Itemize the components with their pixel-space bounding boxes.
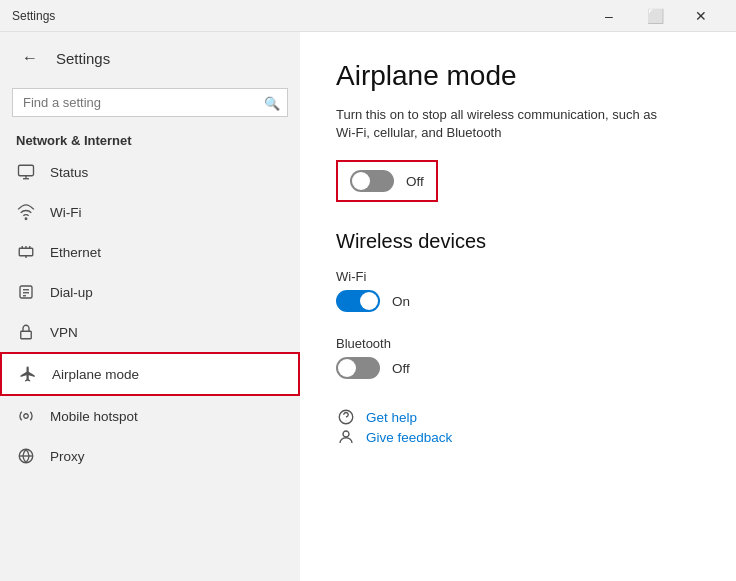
- device-section-bluetooth: Bluetooth Off: [336, 336, 700, 379]
- feedback-link[interactable]: Give feedback: [366, 430, 452, 445]
- ethernet-icon: [16, 242, 36, 262]
- svg-rect-4: [19, 248, 33, 256]
- sidebar-item-label-hotspot: Mobile hotspot: [50, 409, 284, 424]
- svg-point-14: [24, 414, 29, 419]
- status-icon: [16, 162, 36, 182]
- sidebar-item-label-airplane: Airplane mode: [52, 367, 282, 382]
- sidebar-item-wifi[interactable]: Wi-Fi: [0, 192, 300, 232]
- sidebar-item-ethernet[interactable]: Ethernet: [0, 232, 300, 272]
- sidebar-item-label-dialup: Dial-up: [50, 285, 284, 300]
- device-name-bluetooth: Bluetooth: [336, 336, 700, 351]
- sidebar-app-title: Settings: [56, 50, 110, 67]
- device-section-wifi: Wi-Fi On: [336, 269, 700, 312]
- title-bar-controls: – ⬜ ✕: [586, 0, 724, 32]
- title-bar-title: Settings: [12, 9, 55, 23]
- maximize-button[interactable]: ⬜: [632, 0, 678, 32]
- sidebar-item-status[interactable]: Status: [0, 152, 300, 192]
- svg-point-3: [25, 218, 27, 220]
- dialup-icon: [16, 282, 36, 302]
- wifi-toggle-knob: [360, 292, 378, 310]
- close-button[interactable]: ✕: [678, 0, 724, 32]
- link-row-help: Get help: [336, 407, 700, 427]
- feedback-icon: [336, 427, 356, 447]
- svg-rect-0: [19, 165, 34, 176]
- devices-list: Wi-Fi On Bluetooth Off: [336, 269, 700, 379]
- toggle-knob: [352, 172, 370, 190]
- sidebar-item-label-ethernet: Ethernet: [50, 245, 284, 260]
- sidebar-header: ← Settings: [0, 32, 300, 84]
- bluetooth-toggle-label: Off: [392, 361, 410, 376]
- airplane-description: Turn this on to stop all wireless commun…: [336, 106, 676, 142]
- sidebar-item-dialup[interactable]: Dial-up: [0, 272, 300, 312]
- proxy-icon: [16, 446, 36, 466]
- device-toggle-row-bluetooth: Off: [336, 357, 700, 379]
- title-bar: Settings – ⬜ ✕: [0, 0, 736, 32]
- wireless-devices-title: Wireless devices: [336, 230, 700, 253]
- title-bar-left: Settings: [12, 9, 55, 23]
- help-icon: [336, 407, 356, 427]
- help-link[interactable]: Get help: [366, 410, 417, 425]
- search-box: 🔍: [12, 88, 288, 117]
- wifi-toggle-label: On: [392, 294, 410, 309]
- nav-list: Status Wi-Fi Ethernet Dial-up VPN Airpla…: [0, 152, 300, 476]
- sidebar-section-label: Network & Internet: [0, 125, 300, 152]
- search-icon: 🔍: [264, 95, 280, 110]
- sidebar-item-vpn[interactable]: VPN: [0, 312, 300, 352]
- sidebar-item-label-status: Status: [50, 165, 284, 180]
- links-section: Get help Give feedback: [336, 407, 700, 447]
- page-title: Airplane mode: [336, 60, 700, 92]
- links-list: Get help Give feedback: [336, 407, 700, 447]
- sidebar-item-airplane[interactable]: Airplane mode: [0, 352, 300, 396]
- airplane-toggle-row[interactable]: Off: [336, 160, 438, 202]
- link-row-feedback: Give feedback: [336, 427, 700, 447]
- sidebar-item-label-wifi: Wi-Fi: [50, 205, 284, 220]
- wifi-toggle[interactable]: [336, 290, 380, 312]
- sidebar-item-hotspot[interactable]: Mobile hotspot: [0, 396, 300, 436]
- airplane-toggle-label: Off: [406, 174, 424, 189]
- search-input[interactable]: [12, 88, 288, 117]
- vpn-icon: [16, 322, 36, 342]
- wifi-icon: [16, 202, 36, 222]
- device-toggle-row-wifi: On: [336, 290, 700, 312]
- sidebar-item-label-proxy: Proxy: [50, 449, 284, 464]
- sidebar: ← Settings 🔍 Network & Internet Status W…: [0, 32, 300, 581]
- back-button[interactable]: ←: [16, 44, 44, 72]
- minimize-button[interactable]: –: [586, 0, 632, 32]
- airplane-mode-toggle[interactable]: [350, 170, 394, 192]
- airplane-icon: [18, 364, 38, 384]
- svg-point-18: [346, 421, 347, 422]
- svg-point-19: [343, 431, 349, 437]
- hotspot-icon: [16, 406, 36, 426]
- svg-rect-13: [21, 331, 32, 339]
- device-name-wifi: Wi-Fi: [336, 269, 700, 284]
- main-panel: Airplane mode Turn this on to stop all w…: [300, 32, 736, 581]
- sidebar-item-label-vpn: VPN: [50, 325, 284, 340]
- bluetooth-toggle[interactable]: [336, 357, 380, 379]
- sidebar-item-proxy[interactable]: Proxy: [0, 436, 300, 476]
- bluetooth-toggle-knob: [338, 359, 356, 377]
- app-body: ← Settings 🔍 Network & Internet Status W…: [0, 32, 736, 581]
